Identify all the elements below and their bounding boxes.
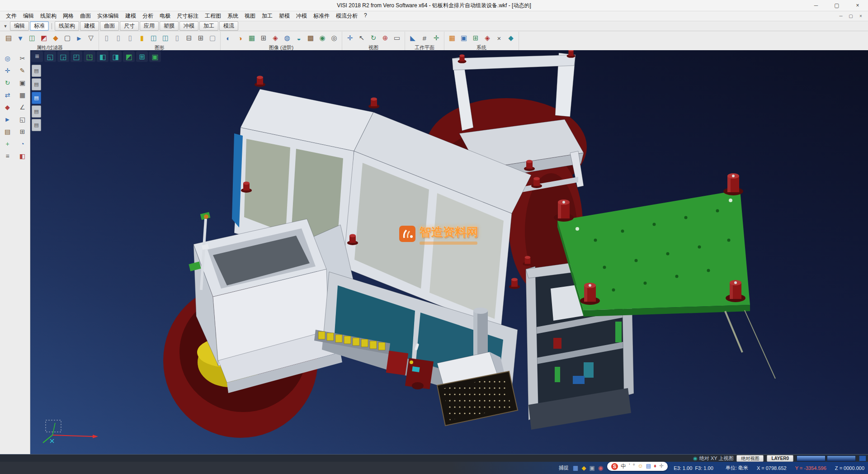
minimize-button[interactable]: ─: [806, 0, 826, 11]
menu-item-加工[interactable]: 加工: [259, 11, 276, 21]
menu-item-标准件[interactable]: 标准件: [310, 11, 333, 21]
plugin-icon[interactable]: ◈: [482, 33, 493, 43]
preview-icon[interactable]: ◎: [329, 33, 340, 43]
window-icon[interactable]: ⊞: [470, 33, 481, 43]
workplane-icon[interactable]: ◣: [407, 33, 418, 43]
more-filter-icon[interactable]: ▽: [85, 33, 96, 43]
two-view-icon[interactable]: ◫: [148, 33, 159, 43]
clipboard-slot-5-icon[interactable]: ▤: [32, 119, 41, 131]
menu-item-?[interactable]: ?: [361, 11, 370, 21]
menu-item-系统[interactable]: 系统: [224, 11, 241, 21]
menu-item-冲模[interactable]: 冲模: [293, 11, 310, 21]
ime-mic-icon[interactable]: ♦: [654, 463, 656, 470]
mdi-minimize-button[interactable]: ─: [836, 14, 845, 19]
snap-toggle[interactable]: 捕捉: [559, 465, 569, 471]
move-icon[interactable]: ✛: [0, 65, 15, 76]
display-icon[interactable]: ▣: [458, 33, 469, 43]
menu-item-编辑[interactable]: 编辑: [20, 11, 37, 21]
ime-punct[interactable]: ’: [629, 463, 630, 470]
tab-应用[interactable]: 应用: [140, 21, 159, 31]
tab-模流[interactable]: 模流: [219, 21, 238, 31]
layer-filter-icon[interactable]: ◫: [27, 33, 38, 43]
hatch-icon[interactable]: ▩: [305, 33, 316, 43]
mask-icon[interactable]: ▢: [62, 33, 73, 43]
view-window-icon[interactable]: ▭: [392, 33, 402, 43]
ime-keyboard-icon[interactable]: ▤: [646, 463, 651, 470]
plane-grid-icon[interactable]: #: [419, 33, 430, 43]
menu-item-网格[interactable]: 网格: [60, 11, 77, 21]
clipboard-slot-4-icon[interactable]: ▤: [32, 105, 41, 118]
properties-icon[interactable]: ▤: [3, 33, 14, 43]
absolute-view-button[interactable]: 绝对视图: [736, 455, 764, 462]
tab-加工[interactable]: 加工: [199, 21, 218, 31]
frame-icon[interactable]: ▢: [207, 33, 218, 43]
grid-icon[interactable]: ⊞: [258, 33, 269, 43]
clipboard-slot-2-icon[interactable]: ▤: [32, 78, 41, 90]
render-icon[interactable]: ◑: [235, 33, 245, 43]
hide-element-icon[interactable]: ▯: [172, 33, 183, 43]
quality-icon[interactable]: ◉: [317, 33, 328, 43]
view-menu-icon[interactable]: ≡: [31, 51, 43, 62]
box-select-icon[interactable]: ◱: [15, 114, 30, 125]
zoom-in-icon[interactable]: ⊕: [380, 33, 391, 43]
menu-item-建模[interactable]: 建模: [122, 11, 139, 21]
layer-list-icon[interactable]: ▯: [101, 33, 112, 43]
iso-view-icon[interactable]: ◱: [44, 51, 56, 62]
rotate-view-icon[interactable]: ↻: [368, 33, 379, 43]
tab-标准[interactable]: 标准: [30, 21, 49, 31]
left-view-icon[interactable]: ◧: [97, 51, 108, 62]
material-icon[interactable]: ◈: [270, 33, 281, 43]
mdi-restore-button[interactable]: ▢: [846, 14, 855, 19]
measure-icon[interactable]: ∠: [15, 102, 30, 113]
menu-item-塑模[interactable]: 塑模: [276, 11, 293, 21]
zoom-icon[interactable]: ◎: [0, 53, 15, 64]
axon-view-icon[interactable]: ⊞: [136, 51, 148, 62]
right-view-icon[interactable]: ◳: [84, 51, 95, 62]
tab-建模[interactable]: 建模: [80, 21, 99, 31]
split-view-icon[interactable]: ◫: [160, 33, 171, 43]
pick-icon[interactable]: ►: [74, 33, 85, 43]
bottom-view-icon[interactable]: ◩: [123, 51, 135, 62]
ime-logo[interactable]: S: [611, 463, 618, 470]
menu-item-视图[interactable]: 视图: [241, 11, 259, 21]
snap-status-icon[interactable]: ◆: [581, 465, 586, 471]
close-doc-icon[interactable]: ×: [494, 33, 505, 43]
layer-color-swatch[interactable]: [827, 455, 856, 461]
grid-icon[interactable]: ▦: [15, 90, 30, 100]
copy-icon[interactable]: ⊞: [15, 126, 30, 137]
shaded-view-icon[interactable]: ▣: [149, 51, 161, 62]
layer-on-icon[interactable]: ▯: [113, 33, 124, 43]
arc-icon[interactable]: ◔: [15, 138, 30, 149]
menu-item-工程图[interactable]: 工程图: [202, 11, 224, 21]
viewport-3d[interactable]: ≡◱◲◰◳◧◨◩⊞▣ ▤▤▤▤▤ 智造资料网: [30, 50, 868, 454]
add-icon[interactable]: +: [0, 138, 15, 149]
ime-lang[interactable]: 中: [621, 463, 626, 470]
zoom-fit-icon[interactable]: ↖: [356, 33, 367, 43]
tab-塑膜[interactable]: 塑膜: [160, 21, 179, 31]
pan-icon[interactable]: ✛: [344, 33, 355, 43]
ime-emoji-icon[interactable]: ☺: [638, 463, 643, 470]
tab-线架构[interactable]: 线架构: [55, 21, 79, 31]
tab-曲面[interactable]: 曲面: [100, 21, 119, 31]
menu-item-模流分析[interactable]: 模流分析: [333, 11, 361, 21]
texture-icon[interactable]: ▦: [246, 33, 257, 43]
plane-axis-icon[interactable]: ✛: [431, 33, 442, 43]
point-icon[interactable]: ◆: [0, 102, 15, 113]
layer-color-swatch[interactable]: [797, 455, 826, 461]
list-icon[interactable]: ≡: [0, 151, 15, 161]
clipboard-slot-1-icon[interactable]: ▤: [32, 65, 41, 77]
menu-item-文件[interactable]: 文件: [3, 11, 20, 21]
shade-icon[interactable]: ◐: [223, 33, 234, 43]
front-view-icon[interactable]: ◰: [71, 51, 82, 62]
tab-overflow-button[interactable]: ▼: [2, 24, 9, 28]
shadow-icon[interactable]: ◒: [293, 33, 304, 43]
display-status-icon[interactable]: ▦: [573, 465, 578, 471]
select-arrow-icon[interactable]: ►: [0, 114, 15, 125]
close-button[interactable]: ×: [847, 0, 868, 11]
tab-编辑[interactable]: 编辑: [10, 21, 29, 31]
mdi-close-button[interactable]: ×: [856, 14, 865, 19]
system-icon[interactable]: ◆: [505, 33, 516, 43]
ime-fullwidth[interactable]: °: [633, 463, 635, 470]
menu-item-实体编辑[interactable]: 实体编辑: [94, 11, 122, 21]
mirror-icon[interactable]: ⇄: [0, 90, 15, 100]
